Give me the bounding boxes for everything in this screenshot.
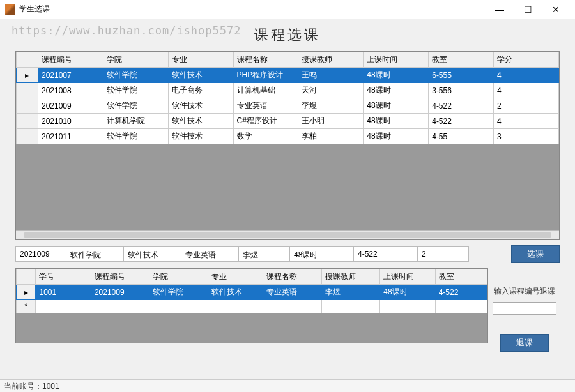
cell[interactable]: 48课时	[364, 68, 429, 83]
cell[interactable]: 2021007	[38, 68, 103, 83]
cell[interactable]: 4-522	[429, 114, 494, 129]
selected-course-field: 2021009	[15, 246, 66, 262]
cell[interactable]: 软件学院	[150, 285, 208, 300]
column-header[interactable]: 专业	[208, 269, 263, 285]
app-icon	[5, 4, 15, 15]
cell[interactable]: 天河	[298, 83, 364, 98]
select-course-button[interactable]: 选课	[511, 245, 560, 263]
minimize-button[interactable]: ―	[486, 1, 514, 19]
cell[interactable]: 电子商务	[168, 83, 233, 98]
cell[interactable]: 软件学院	[103, 68, 168, 83]
cell[interactable]: 48课时	[364, 129, 429, 144]
column-header[interactable]: 教室	[435, 269, 487, 285]
table-row[interactable]: 2021008软件学院电子商务计算机基础天河48课时3-5564	[17, 83, 559, 98]
cell[interactable]: 软件技术	[208, 285, 263, 300]
status-bar: 当前账号：1001	[0, 379, 575, 392]
column-header[interactable]: 学院	[103, 52, 168, 68]
cell[interactable]: 数学	[233, 129, 298, 144]
cell[interactable]: 软件技术	[168, 114, 233, 129]
row-indicator-icon	[17, 83, 38, 98]
maximize-button[interactable]: ☐	[514, 1, 542, 19]
cell[interactable]: 计算机基础	[233, 83, 298, 98]
cell[interactable]: 4-522	[435, 285, 487, 300]
table-row[interactable]: 2021011软件学院软件技术数学李柏48课时4-553	[17, 129, 559, 144]
column-header[interactable]: 教室	[429, 52, 494, 68]
cell[interactable]: 2021009	[38, 98, 103, 114]
cell[interactable]: 李煜	[298, 98, 364, 114]
column-header[interactable]: 学分	[494, 52, 559, 68]
cell[interactable]: 2021008	[38, 83, 103, 98]
row-indicator-icon	[17, 114, 38, 129]
cell[interactable]	[150, 300, 208, 313]
column-header[interactable]: 学号	[36, 269, 91, 285]
cell[interactable]: 计算机学院	[103, 114, 168, 129]
column-header[interactable]: 学院	[150, 269, 208, 285]
cell[interactable]: 软件技术	[168, 98, 233, 114]
cell[interactable]: 专业英语	[263, 285, 321, 300]
close-button[interactable]: ✕	[542, 1, 570, 19]
table-row[interactable]: 2021009软件学院软件技术专业英语李煜48课时4-5222	[17, 98, 559, 114]
cell[interactable]	[321, 300, 379, 313]
cell[interactable]	[91, 300, 149, 313]
cell[interactable]: PHP程序设计	[233, 68, 298, 83]
column-header[interactable]: 上课时间	[380, 269, 435, 285]
cell[interactable]: 专业英语	[233, 98, 298, 114]
cell[interactable]: 4	[494, 83, 559, 98]
cell[interactable]: 王小明	[298, 114, 364, 129]
cell[interactable]: 48课时	[364, 114, 429, 129]
enrolled-grid[interactable]: 学号课程编号学院专业课程名称授课教师上课时间教室 ▸10012021009软件学…	[15, 268, 488, 343]
cell[interactable]: C#程序设计	[233, 114, 298, 129]
column-header[interactable]: 授课教师	[321, 269, 379, 285]
column-header[interactable]: 上课时间	[364, 52, 429, 68]
column-header[interactable]: 课程编号	[91, 269, 149, 285]
cell[interactable]	[208, 300, 263, 313]
drop-course-button[interactable]: 退课	[500, 334, 549, 352]
cell[interactable]: 软件技术	[168, 129, 233, 144]
table-row[interactable]: ▸2021007软件学院软件技术PHP程序设计王鸣48课时6-5554	[17, 68, 559, 83]
cell[interactable]	[435, 300, 487, 313]
horizontal-scrollbar[interactable]	[16, 230, 559, 239]
cell[interactable]: 软件学院	[103, 129, 168, 144]
cell[interactable]: 48课时	[364, 83, 429, 98]
drop-course-label: 输入课程编号退课	[494, 282, 555, 297]
column-header[interactable]: 课程编号	[38, 52, 103, 68]
cell[interactable]: 2021010	[38, 114, 103, 129]
selected-course-field: 4-522	[354, 246, 418, 262]
column-header[interactable]: 课程名称	[233, 52, 298, 68]
row-indicator-icon	[17, 98, 38, 114]
cell[interactable]: 2	[494, 98, 559, 114]
cell[interactable]: 4	[494, 114, 559, 129]
cell[interactable]: 2021009	[91, 285, 149, 300]
cell[interactable]: 1001	[36, 285, 91, 300]
row-indicator-icon: ▸	[17, 68, 38, 83]
cell[interactable]	[263, 300, 321, 313]
cell[interactable]: 4	[494, 68, 559, 83]
new-row-indicator-icon: *	[17, 300, 36, 313]
table-row[interactable]: *	[17, 300, 487, 313]
cell[interactable]: 4-522	[429, 98, 494, 114]
cell[interactable]	[36, 300, 91, 313]
cell[interactable]: 软件学院	[103, 98, 168, 114]
page-title: 课程选课	[0, 19, 575, 49]
cell[interactable]	[380, 300, 435, 313]
cell[interactable]: 3	[494, 129, 559, 144]
cell[interactable]: 软件技术	[168, 68, 233, 83]
cell[interactable]: 48课时	[380, 285, 435, 300]
drop-course-input[interactable]	[493, 302, 556, 315]
courses-grid[interactable]: 课程编号学院专业课程名称授课教师上课时间教室学分 ▸2021007软件学院软件技…	[15, 51, 560, 240]
column-header[interactable]: 授课教师	[298, 52, 364, 68]
table-row[interactable]: 2021010计算机学院软件技术C#程序设计王小明48课时4-5224	[17, 114, 559, 129]
table-row[interactable]: ▸10012021009软件学院软件技术专业英语李煜48课时4-522	[17, 285, 487, 300]
cell[interactable]: 王鸣	[298, 68, 364, 83]
cell[interactable]: 软件学院	[103, 83, 168, 98]
column-header[interactable]: 课程名称	[263, 269, 321, 285]
cell[interactable]: 李煜	[321, 285, 379, 300]
cell[interactable]: 2021011	[38, 129, 103, 144]
cell[interactable]: 48课时	[364, 98, 429, 114]
cell[interactable]: 4-55	[429, 129, 494, 144]
cell[interactable]: 李柏	[298, 129, 364, 144]
cell[interactable]: 6-555	[429, 68, 494, 83]
column-header[interactable]: 专业	[168, 52, 233, 68]
cell[interactable]: 3-556	[429, 83, 494, 98]
window-title: 学生选课	[19, 4, 486, 15]
